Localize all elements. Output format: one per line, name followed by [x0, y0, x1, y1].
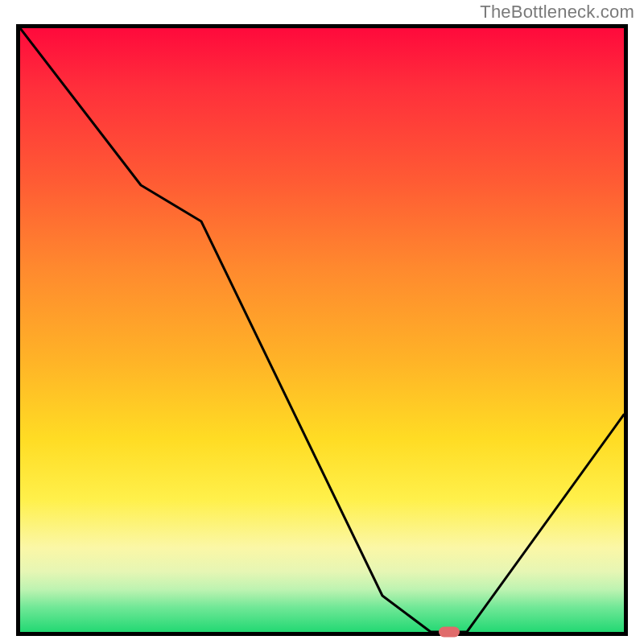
- chart-minimum-marker: [439, 627, 460, 638]
- chart-frame: [16, 24, 628, 636]
- watermark-text: TheBottleneck.com: [480, 2, 634, 23]
- chart-line-series: [20, 28, 624, 632]
